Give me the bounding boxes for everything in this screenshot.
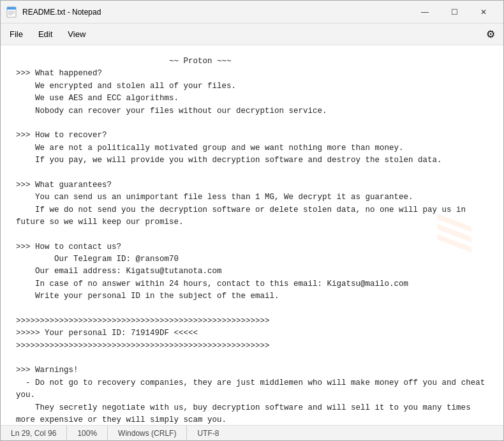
edit-menu[interactable]: Edit: [32, 27, 59, 41]
cursor-position: Ln 29, Col 96: [6, 426, 67, 440]
window-title: README.txt - Notepad: [22, 8, 410, 17]
file-content[interactable]: ~~ Proton ~~~ >>> What happened? We encr…: [16, 56, 488, 425]
close-button[interactable]: ✕: [469, 2, 498, 22]
notepad-window: README.txt - Notepad — ☐ ✕ File Edit Vie…: [0, 0, 504, 441]
title-bar: README.txt - Notepad — ☐ ✕: [1, 1, 503, 24]
text-editor-area[interactable]: /// ~~ Proton ~~~ >>> What happened? We …: [1, 45, 503, 425]
settings-icon[interactable]: ⚙: [480, 26, 501, 43]
encoding: UTF-8: [187, 426, 229, 440]
app-icon: [6, 6, 17, 18]
status-bar: Ln 29, Col 96 100% Windows (CRLF) UTF-8: [1, 425, 503, 440]
line-ending: Windows (CRLF): [108, 426, 187, 440]
file-menu[interactable]: File: [3, 27, 29, 41]
maximize-button[interactable]: ☐: [440, 2, 469, 22]
minimize-button[interactable]: —: [410, 2, 440, 22]
zoom-level: 100%: [67, 426, 108, 440]
view-menu[interactable]: View: [61, 27, 92, 41]
menu-bar: File Edit View ⚙: [1, 24, 503, 45]
svg-rect-1: [7, 7, 16, 10]
window-controls: — ☐ ✕: [410, 2, 498, 22]
